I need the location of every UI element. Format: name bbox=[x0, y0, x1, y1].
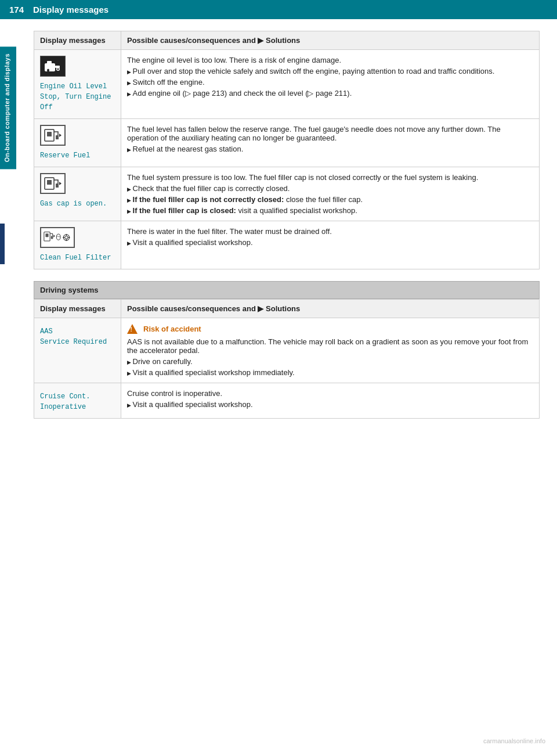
display-cell-reserve-fuel: Reserve Fuel bbox=[34, 119, 121, 167]
solution-bullet: Visit a qualified specialist workshop im… bbox=[127, 368, 533, 377]
solutions-cell-engine-oil: The engine oil level is too low. There i… bbox=[121, 50, 540, 119]
side-label: On-board computer and displays bbox=[0, 46, 16, 169]
reserve-fuel-icon bbox=[40, 125, 66, 146]
fuel-pump-svg2 bbox=[43, 175, 63, 192]
section-indicator bbox=[0, 224, 5, 264]
fuel-pump-svg bbox=[43, 127, 63, 143]
gas-cap-label: Gas cap is open. bbox=[40, 199, 115, 209]
svg-rect-23 bbox=[63, 237, 64, 238]
table-row: Clean Fuel Filter There is water in the … bbox=[34, 221, 540, 269]
solution-bullet: If the fuel filler cap is not correctly … bbox=[127, 195, 533, 204]
solutions-cell-gas-cap: The fuel system pressure is too low. The… bbox=[121, 167, 540, 221]
page-title: Display messages bbox=[33, 5, 108, 15]
svg-rect-22 bbox=[66, 239, 67, 241]
col2-header: Possible causes/consequences and ▶ Solut… bbox=[121, 31, 540, 50]
solution-text: There is water in the fuel filter. The w… bbox=[127, 227, 533, 236]
page-header: 174 Display messages bbox=[0, 0, 557, 19]
solution-bullet: Drive on carefully. bbox=[127, 357, 533, 366]
solution-bullet: Pull over and stop the vehicle safely an… bbox=[127, 67, 533, 75]
svg-rect-8 bbox=[56, 135, 59, 139]
gas-cap-icon bbox=[40, 173, 66, 194]
svg-point-4 bbox=[57, 69, 59, 70]
svg-marker-9 bbox=[59, 134, 62, 137]
solution-bullet: Switch off the engine. bbox=[127, 78, 533, 87]
clean-fuel-svg bbox=[44, 229, 71, 246]
oil-can-svg bbox=[44, 59, 62, 74]
reserve-fuel-label: Reserve Fuel bbox=[40, 150, 115, 161]
svg-rect-12 bbox=[56, 183, 59, 188]
display-cell-aas: AASService Required bbox=[34, 318, 121, 383]
table-row: AASService Required ! Risk of accident A… bbox=[34, 318, 540, 383]
solution-bullet: Visit a qualified specialist workshop. bbox=[127, 238, 533, 247]
aas-label: AASService Required bbox=[40, 326, 115, 347]
solutions-cell-cruise: Cruise control is inoperative. Visit a q… bbox=[121, 383, 540, 419]
ds-col2-header: Possible causes/consequences and ▶ Solut… bbox=[121, 300, 540, 318]
solution-text: The fuel system pressure is too low. The… bbox=[127, 173, 533, 182]
svg-rect-7 bbox=[47, 132, 52, 136]
svg-point-5 bbox=[47, 69, 49, 72]
solution-bullet: Refuel at the nearest gas station. bbox=[127, 145, 533, 153]
svg-rect-11 bbox=[47, 180, 52, 185]
solution-text: Cruise control is inoperative. bbox=[127, 389, 533, 398]
table-row: Cruise Cont.Inoperative Cruise control i… bbox=[34, 383, 540, 419]
table-row: Gas cap is open. The fuel system pressur… bbox=[34, 167, 540, 221]
solution-bullet: Check that the fuel filler cap is correc… bbox=[127, 184, 533, 193]
svg-rect-15 bbox=[45, 233, 48, 237]
solution-bullet: If the fuel filler cap is closed: visit … bbox=[127, 206, 533, 215]
watermark: carmanualsonline.info bbox=[483, 737, 545, 744]
solution-bullet: Add engine oil (▷ page 213) and check th… bbox=[127, 89, 533, 98]
warning-header: ! Risk of accident bbox=[127, 324, 533, 334]
ds-col1-header: Display messages bbox=[34, 300, 121, 318]
svg-rect-0 bbox=[45, 63, 55, 71]
engine-oil-label: Engine Oil LevelStop, Turn EngineOff bbox=[40, 81, 115, 113]
page-number: 174 bbox=[9, 5, 24, 15]
clean-fuel-label: Clean Fuel Filter bbox=[40, 253, 115, 263]
col1-header: Display messages bbox=[34, 31, 121, 50]
clean-fuel-icon bbox=[40, 227, 75, 248]
svg-point-20 bbox=[65, 236, 68, 239]
svg-point-18 bbox=[56, 234, 60, 240]
main-content: Display messages Possible causes/consequ… bbox=[16, 19, 557, 453]
svg-marker-17 bbox=[53, 235, 55, 237]
solutions-cell-clean-fuel: There is water in the fuel filter. The w… bbox=[121, 221, 540, 269]
driving-systems-table: Display messages Possible causes/consequ… bbox=[34, 299, 540, 419]
risk-label: Risk of accident bbox=[143, 325, 201, 333]
table-row: Engine Oil LevelStop, Turn EngineOff The… bbox=[34, 50, 540, 119]
display-cell-engine-oil: Engine Oil LevelStop, Turn EngineOff bbox=[34, 50, 121, 119]
display-messages-table: Display messages Possible causes/consequ… bbox=[34, 31, 540, 269]
engine-oil-icon bbox=[40, 56, 66, 77]
solution-text: AAS is not available due to a malfunctio… bbox=[127, 337, 533, 355]
solution-bullet: Visit a qualified specialist workshop. bbox=[127, 400, 533, 409]
solution-text: The fuel level has fallen below the rese… bbox=[127, 125, 533, 142]
display-cell-cruise: Cruise Cont.Inoperative bbox=[34, 383, 121, 419]
table-row: Reserve Fuel The fuel level has fallen b… bbox=[34, 119, 540, 167]
solution-text: The engine oil level is too low. There i… bbox=[127, 56, 533, 64]
svg-marker-13 bbox=[59, 182, 62, 185]
svg-rect-24 bbox=[68, 237, 70, 238]
svg-rect-16 bbox=[51, 236, 53, 239]
driving-systems-header: Driving systems bbox=[34, 281, 540, 299]
svg-rect-21 bbox=[66, 234, 67, 236]
cruise-label: Cruise Cont.Inoperative bbox=[40, 391, 115, 412]
display-cell-gas-cap: Gas cap is open. bbox=[34, 167, 121, 221]
display-cell-clean-fuel: Clean Fuel Filter bbox=[34, 221, 121, 269]
svg-rect-1 bbox=[47, 61, 52, 64]
solutions-cell-aas: ! Risk of accident AAS is not available … bbox=[121, 318, 540, 383]
solutions-cell-reserve-fuel: The fuel level has fallen below the rese… bbox=[121, 119, 540, 167]
